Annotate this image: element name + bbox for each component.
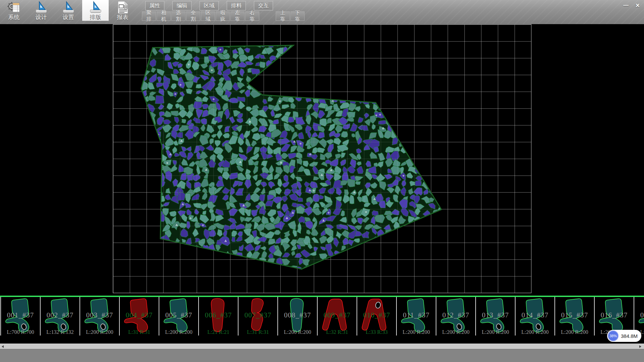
chevron-right-icon[interactable] xyxy=(639,345,642,348)
menu-tabs: 属性编辑区域排料交互 xyxy=(145,1,273,10)
piece-shape xyxy=(518,297,552,335)
progress-badge: 38% 384.8M xyxy=(607,330,641,342)
piece-shape xyxy=(438,297,473,335)
menu-tab-交互[interactable]: 交互 xyxy=(254,1,273,10)
nesting-ruler-icon xyxy=(89,1,103,14)
piece-thumbnail-014_#37[interactable]: 014_#37 L:200 R:200 xyxy=(515,297,554,336)
menu-tab-属性[interactable]: 属性 xyxy=(145,1,164,10)
module-button-label: 设计 xyxy=(36,14,47,20)
report-icon xyxy=(116,1,130,14)
piece-thumbnail-004_#37[interactable]: 004_#37 L:31 R:31 xyxy=(119,297,159,336)
module-button-设计[interactable]: 设计 xyxy=(28,0,54,21)
status-bar xyxy=(0,349,644,362)
piece-thumbnail-strip: 001_#37 L:700 R:700 002_#37 L:132 R:132 … xyxy=(0,297,644,336)
module-button-label: 报表 xyxy=(117,14,128,20)
module-buttons: 系统 设计 设置 排版 报表 xyxy=(1,0,136,21)
close-button[interactable]: ✕ xyxy=(633,1,643,10)
action-button-全割[interactable]: 全割 xyxy=(186,11,200,21)
action-button-下靠[interactable]: 下靠 xyxy=(290,11,305,21)
piece-thumbnail-012_#37[interactable]: 012_#37 L:200 R:200 xyxy=(436,297,475,336)
piece-shape xyxy=(43,297,77,335)
system-gear-icon xyxy=(7,1,21,14)
action-button-瑕疵[interactable]: 瑕疵 xyxy=(216,11,230,21)
piece-shape xyxy=(320,297,355,335)
piece-thumbnail-005_#37[interactable]: 005_#37 L:200 R:200 xyxy=(159,297,198,336)
action-button-区域[interactable]: 区域 xyxy=(201,11,215,21)
piece-shape xyxy=(3,297,38,335)
piece-shape xyxy=(478,297,513,335)
piece-thumbnail-006_#37[interactable]: 006_#37 L:21 R:21 xyxy=(198,297,238,336)
menu-tab-区域[interactable]: 区域 xyxy=(200,1,219,10)
memory-usage-label: 384.8M xyxy=(621,333,638,339)
action-buttons: 聚排相机选割全割区域瑕疵左靠右靠上靠下靠 xyxy=(142,11,305,21)
piece-thumbnail-009_#37[interactable]: 009_#37 L:32 R:31 xyxy=(317,297,357,336)
piece-shape xyxy=(122,297,157,335)
main-toolbar: 系统 设计 设置 排版 报表 属性编辑区域排料交互 聚排相机选割全割区域瑕 xyxy=(0,0,644,24)
module-button-设置[interactable]: 设置 xyxy=(55,0,82,21)
progress-percent-circle: 38% xyxy=(608,330,619,341)
module-button-label: 设置 xyxy=(63,14,74,20)
piece-shape xyxy=(359,297,394,335)
module-button-报表[interactable]: 报表 xyxy=(109,0,136,21)
chevron-left-icon[interactable] xyxy=(2,345,4,348)
action-button-相机[interactable]: 相机 xyxy=(157,11,171,21)
minimize-button[interactable]: — xyxy=(621,1,631,10)
menu-tab-编辑[interactable]: 编辑 xyxy=(172,1,192,10)
module-button-label: 排版 xyxy=(90,14,101,20)
piece-shape xyxy=(161,297,196,335)
piece-shape xyxy=(82,297,117,335)
piece-thumbnail-011_#37[interactable]: 011_#37 L:200 R:200 xyxy=(396,297,436,336)
piece-thumbnail-008_#37[interactable]: 008_#37 L:200 R:200 xyxy=(277,297,317,336)
module-button-系统[interactable]: 系统 xyxy=(1,0,27,21)
action-button-选割[interactable]: 选割 xyxy=(171,11,185,21)
piece-shape xyxy=(636,297,644,335)
piece-thumbnail-013_#37[interactable]: 013_#37 L:200 R:200 xyxy=(475,297,515,336)
piece-thumbnail-010_#37[interactable]: 010_#37 L:33 R:33 xyxy=(357,297,396,336)
piece-shape xyxy=(557,297,592,335)
action-button-上靠[interactable]: 上靠 xyxy=(276,11,290,21)
module-button-label: 系统 xyxy=(8,14,20,20)
design-ruler-icon xyxy=(34,1,48,14)
horizontal-scrollbar[interactable] xyxy=(0,344,644,349)
piece-thumbnail-003_#37[interactable]: 003_#37 L:200 R:200 xyxy=(79,297,119,336)
piece-thumbnail-007_#37[interactable]: 007_#37 L:31 R:31 xyxy=(238,297,277,336)
window-controls: — ✕ xyxy=(621,1,643,10)
piece-shape xyxy=(597,297,632,335)
piece-shape xyxy=(240,297,275,335)
piece-shape xyxy=(399,297,434,335)
action-button-聚排[interactable]: 聚排 xyxy=(142,11,156,21)
piece-shape xyxy=(201,297,236,335)
hide-layout-view[interactable] xyxy=(0,24,644,296)
menu-tab-排料[interactable]: 排料 xyxy=(227,1,246,10)
nesting-canvas[interactable] xyxy=(0,24,644,296)
piece-thumbnail-002_#37[interactable]: 002_#37 L:132 R:132 xyxy=(40,297,79,336)
piece-thumbnail-001_#37[interactable]: 001_#37 L:700 R:700 xyxy=(0,297,40,336)
piece-thumbnail-015_#37[interactable]: 015_#37 L:200 R:200 xyxy=(554,297,594,336)
module-button-排版[interactable]: 排版 xyxy=(82,0,109,21)
action-button-右靠[interactable]: 右靠 xyxy=(245,11,259,21)
settings-ruler-icon xyxy=(61,1,75,14)
action-button-左靠[interactable]: 左靠 xyxy=(230,11,245,21)
piece-shape xyxy=(280,297,315,335)
